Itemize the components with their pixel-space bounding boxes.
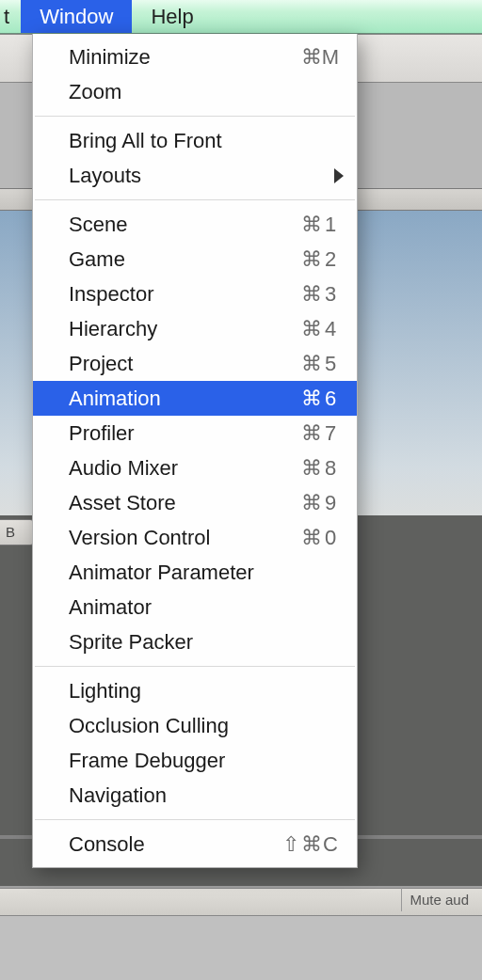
menu-item-animator-parameter[interactable]: Animator Parameter xyxy=(33,555,357,590)
menu-item-label: Sprite Packer xyxy=(69,630,340,655)
menu-item-console[interactable]: Console⇧⌘C xyxy=(33,827,357,861)
bg-bottom-area xyxy=(0,916,482,980)
menu-item-label: Inspector xyxy=(69,282,300,307)
menubar-item-window[interactable]: Window xyxy=(21,0,132,33)
chevron-right-icon xyxy=(334,168,344,183)
menu-item-occlusion-culling[interactable]: Occlusion Culling xyxy=(33,708,357,743)
menu-item-zoom[interactable]: Zoom xyxy=(33,74,357,109)
menu-item-asset-store[interactable]: Asset Store⌘9 xyxy=(33,485,357,520)
menubar-item-previous[interactable]: t xyxy=(0,0,21,33)
menu-item-label: Frame Debugger xyxy=(69,749,340,773)
menu-item-label: Animator xyxy=(69,595,340,620)
menu-item-label: Occlusion Culling xyxy=(69,714,340,738)
menu-item-shortcut: ⇧⌘C xyxy=(281,832,340,857)
menu-item-label: Console xyxy=(69,832,281,857)
menubar-item-help[interactable]: Help xyxy=(132,0,212,33)
menu-item-label: Animation xyxy=(69,387,300,411)
menu-item-shortcut: ⌘0 xyxy=(300,526,340,550)
menu-item-label: Layouts xyxy=(69,164,340,188)
menu-item-frame-debugger[interactable]: Frame Debugger xyxy=(33,743,357,778)
menu-item-shortcut: ⌘3 xyxy=(300,282,340,307)
menu-separator xyxy=(35,666,355,667)
bg-side-tab[interactable]: B xyxy=(0,519,34,545)
menu-item-animation[interactable]: Animation⌘6 xyxy=(33,381,357,416)
menubar: t Window Help xyxy=(0,0,482,34)
menu-item-label: Bring All to Front xyxy=(69,129,340,153)
menu-separator xyxy=(35,199,355,200)
menu-item-lighting[interactable]: Lighting xyxy=(33,673,357,708)
menu-item-game[interactable]: Game⌘2 xyxy=(33,242,357,277)
menu-item-label: Navigation xyxy=(69,783,340,808)
menu-separator xyxy=(35,819,355,820)
menu-item-shortcut: ⌘8 xyxy=(300,456,340,481)
menu-item-shortcut: ⌘1 xyxy=(300,213,340,237)
menu-item-label: Minimize xyxy=(69,45,300,70)
menu-item-label: Hierarchy xyxy=(69,317,300,341)
menu-item-navigation[interactable]: Navigation xyxy=(33,778,357,813)
menu-item-shortcut: ⌘7 xyxy=(300,421,340,446)
menu-item-shortcut: ⌘9 xyxy=(300,491,340,515)
menu-item-label: Project xyxy=(69,352,300,376)
menu-item-sprite-packer[interactable]: Sprite Packer xyxy=(33,624,357,659)
menu-item-scene[interactable]: Scene⌘1 xyxy=(33,207,357,242)
menu-item-label: Asset Store xyxy=(69,491,300,515)
menu-item-shortcut: ⌘2 xyxy=(300,247,340,272)
menu-separator xyxy=(35,116,355,117)
menu-item-label: Animator Parameter xyxy=(69,561,340,585)
menu-item-profiler[interactable]: Profiler⌘7 xyxy=(33,416,357,450)
menu-item-label: Lighting xyxy=(69,679,340,703)
menu-item-bring-all-to-front[interactable]: Bring All to Front xyxy=(33,123,357,158)
menu-item-label: Profiler xyxy=(69,421,300,446)
menu-item-minimize[interactable]: Minimize⌘M xyxy=(33,40,357,74)
menu-item-shortcut: ⌘4 xyxy=(300,317,340,341)
menu-item-layouts[interactable]: Layouts xyxy=(33,158,357,193)
menu-item-shortcut: ⌘M xyxy=(300,45,340,70)
menu-item-version-control[interactable]: Version Control⌘0 xyxy=(33,520,357,555)
window-menu-dropdown: Minimize⌘MZoomBring All to FrontLayoutsS… xyxy=(32,34,358,868)
menu-item-label: Version Control xyxy=(69,526,300,550)
menu-item-project[interactable]: Project⌘5 xyxy=(33,346,357,381)
menu-item-label: Zoom xyxy=(69,80,340,104)
menu-item-animator[interactable]: Animator xyxy=(33,590,357,624)
menu-item-label: Scene xyxy=(69,213,300,237)
menu-item-shortcut: ⌘6 xyxy=(300,387,340,411)
menu-item-shortcut: ⌘5 xyxy=(300,352,340,376)
mute-audio-button[interactable]: Mute aud xyxy=(401,888,476,911)
menu-item-label: Audio Mixer xyxy=(69,456,300,481)
menu-item-inspector[interactable]: Inspector⌘3 xyxy=(33,277,357,311)
menu-item-audio-mixer[interactable]: Audio Mixer⌘8 xyxy=(33,450,357,485)
menu-item-hierarchy[interactable]: Hierarchy⌘4 xyxy=(33,311,357,346)
menu-item-label: Game xyxy=(69,247,300,272)
